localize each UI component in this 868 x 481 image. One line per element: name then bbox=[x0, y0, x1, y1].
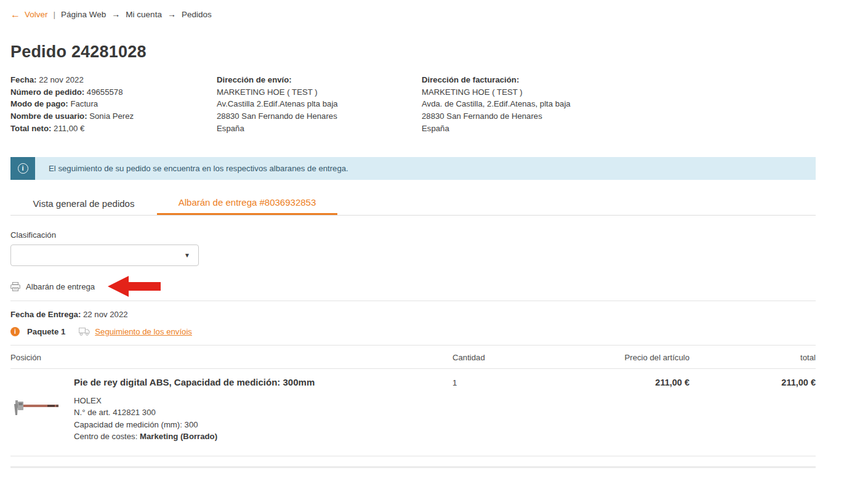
net-total-label: Total neto: bbox=[10, 124, 51, 133]
product-attribute: Capacidad de medición (mm): 300 bbox=[74, 419, 315, 431]
net-total-value: 211,00 € bbox=[51, 124, 84, 133]
payment-method-value: Factura bbox=[68, 99, 98, 108]
delivery-date: Fecha de Entrega: 22 nov 2022 bbox=[10, 310, 816, 319]
product-image[interactable] bbox=[10, 395, 65, 443]
order-date-value: 22 nov 2022 bbox=[37, 75, 84, 84]
truck-icon bbox=[79, 328, 90, 336]
breadcrumb-arrow-icon: → bbox=[167, 9, 176, 19]
header-quantity: Cantidad bbox=[452, 353, 526, 362]
divider bbox=[10, 466, 816, 468]
product-cost-center: Centro de costes: Marketing (Borrado) bbox=[74, 430, 315, 443]
table-row: Pie de rey digital ABS, Capacidad de med… bbox=[10, 369, 816, 443]
red-annotation-arrow-icon bbox=[108, 275, 161, 297]
classification-label: Clasificación bbox=[10, 230, 816, 240]
user-name-label: Nombre de usuario: bbox=[10, 111, 87, 121]
cost-center-label: Centro de costes: bbox=[74, 432, 140, 441]
breadcrumb-arrow-icon: → bbox=[111, 9, 120, 19]
page-content: ← Volver | Página Web → Mi cuenta → Pedi… bbox=[10, 0, 816, 468]
back-link[interactable]: ← Volver bbox=[10, 10, 48, 19]
billing-address: Dirección de facturación: MARKETING HOE … bbox=[422, 74, 816, 135]
printer-icon[interactable] bbox=[10, 282, 20, 291]
divider bbox=[10, 301, 816, 301]
tab-bar: Vista general de pedidos Albarán de entr… bbox=[10, 192, 816, 216]
product-details: HOLEX N.° de art. 412821 300 Capacidad d… bbox=[74, 395, 315, 443]
delivery-date-value: 22 nov 2022 bbox=[81, 310, 127, 319]
print-delivery-note-link[interactable]: Albarán de entrega bbox=[26, 282, 95, 291]
print-delivery-note-row: Albarán de entrega bbox=[10, 279, 816, 295]
shipping-address-line: 28830 San Fernando de Henares bbox=[217, 110, 422, 123]
order-info-column: Fecha: 22 nov 2022 Número de pedido: 496… bbox=[10, 74, 217, 135]
tab-delivery-note[interactable]: Albarán de entrega #8036932853 bbox=[157, 192, 337, 215]
breadcrumb-item-orders[interactable]: Pedidos bbox=[182, 10, 212, 19]
header-total: total bbox=[689, 353, 816, 362]
chevron-down-icon: ▼ bbox=[184, 252, 190, 259]
user-name-value: Sonia Perez bbox=[87, 111, 134, 121]
info-banner: i El seguimiento de su pedido se encuent… bbox=[10, 157, 816, 180]
breadcrumb-separator: | bbox=[54, 10, 56, 19]
package-label: Paquete 1 bbox=[27, 327, 65, 336]
user-name: Nombre de usuario: Sonia Perez bbox=[10, 110, 217, 123]
order-number: Número de pedido: 49655578 bbox=[10, 86, 217, 99]
info-banner-text: El seguimiento de su pedido se encuentra… bbox=[49, 164, 348, 173]
order-number-value: 49655578 bbox=[84, 87, 123, 97]
billing-address-line: MARKETING HOE ( TEST ) bbox=[422, 86, 816, 99]
back-arrow-icon: ← bbox=[10, 10, 20, 18]
shipment-tracking-link[interactable]: Seguimiento de los envíois bbox=[95, 327, 192, 336]
shipping-address-title: Dirección de envío: bbox=[217, 74, 422, 86]
header-position: Posición bbox=[10, 353, 452, 362]
product-cell: Pie de rey digital ABS, Capacidad de med… bbox=[10, 377, 452, 443]
payment-method-label: Modo de pago: bbox=[10, 99, 68, 108]
delivery-date-label: Fecha de Entrega: bbox=[10, 310, 81, 319]
items-table-header: Posición Cantidad Precio del artículo to… bbox=[10, 346, 816, 368]
info-icon: i bbox=[18, 163, 28, 174]
item-total: 211,00 € bbox=[689, 377, 816, 443]
order-info-section: Fecha: 22 nov 2022 Número de pedido: 496… bbox=[10, 74, 816, 135]
shipping-address-line: MARKETING HOE ( TEST ) bbox=[217, 86, 422, 99]
order-number-label: Número de pedido: bbox=[10, 87, 84, 97]
breadcrumb-item-account[interactable]: Mi cuenta bbox=[126, 10, 162, 19]
order-date: Fecha: 22 nov 2022 bbox=[10, 74, 217, 86]
product-brand: HOLEX bbox=[74, 395, 315, 407]
shipping-address-line: Av.Castilla 2.Edif.Atenas plta baja bbox=[217, 98, 422, 110]
net-total: Total neto: 211,00 € bbox=[10, 123, 217, 135]
classification-filter: Clasificación ▼ bbox=[10, 230, 816, 266]
cost-center-value: Marketing (Borrado) bbox=[140, 432, 217, 441]
billing-address-line: España bbox=[422, 123, 816, 135]
billing-address-line: 28830 San Fernando de Henares bbox=[422, 110, 816, 123]
product-text: Pie de rey digital ABS, Capacidad de med… bbox=[74, 377, 315, 443]
item-unit-price: 211,00 € bbox=[526, 377, 689, 443]
billing-address-title: Dirección de facturación: bbox=[422, 74, 816, 86]
product-title[interactable]: Pie de rey digital ABS, Capacidad de med… bbox=[74, 377, 315, 387]
header-unit-price: Precio del artículo bbox=[526, 353, 689, 362]
order-date-label: Fecha: bbox=[10, 75, 37, 84]
page-title: Pedido 24281028 bbox=[10, 42, 816, 62]
classification-select[interactable]: ▼ bbox=[10, 245, 199, 266]
shipping-address: Dirección de envío: MARKETING HOE ( TEST… bbox=[217, 74, 422, 135]
breadcrumb: ← Volver | Página Web → Mi cuenta → Pedi… bbox=[10, 0, 816, 19]
payment-method: Modo de pago: Factura bbox=[10, 98, 217, 110]
item-quantity: 1 bbox=[452, 377, 526, 443]
package-row: i Paquete 1 Seguimiento de los envíois bbox=[10, 327, 816, 336]
breadcrumb-item-website[interactable]: Página Web bbox=[61, 10, 106, 19]
divider bbox=[10, 456, 816, 456]
info-banner-icon-box: i bbox=[10, 157, 35, 180]
tab-order-overview[interactable]: Vista general de pedidos bbox=[10, 192, 157, 215]
product-article-number: N.° de art. 412821 300 bbox=[74, 406, 315, 419]
billing-address-line: Avda. de Castilla, 2.Edif.Atenas, plta b… bbox=[422, 98, 816, 110]
shipping-address-line: España bbox=[217, 123, 422, 135]
back-label: Volver bbox=[25, 10, 48, 19]
package-info-icon: i bbox=[10, 327, 20, 336]
